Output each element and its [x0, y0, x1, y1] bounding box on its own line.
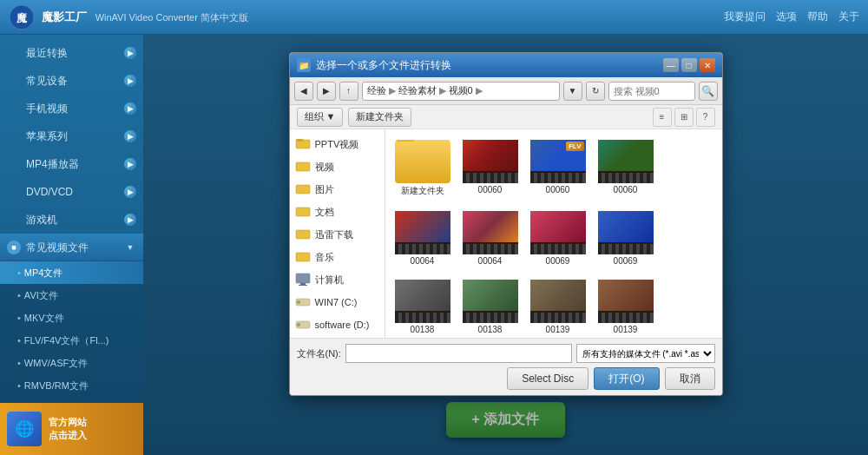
- nav-computer[interactable]: 计算机: [290, 268, 385, 291]
- nav-images[interactable]: 图片: [290, 178, 385, 201]
- file-name: 00139: [531, 325, 585, 334]
- video-thumb: [598, 211, 654, 254]
- video-thumb: [395, 280, 450, 323]
- filmstrip: [530, 313, 586, 323]
- nav-music[interactable]: 音乐: [290, 246, 385, 268]
- list-item[interactable]: 00064: [460, 208, 521, 269]
- filmstrip: [463, 244, 518, 254]
- official-website-banner[interactable]: 🌐 官方网站 点击进入: [0, 403, 143, 455]
- toolbar2-right: ≡ ⊞ ?: [653, 108, 715, 127]
- organize-button[interactable]: 组织 ▼: [297, 108, 344, 127]
- filename-input[interactable]: [345, 344, 572, 363]
- sidebar-sub-rmvb[interactable]: RMVB/RM文件: [0, 374, 143, 397]
- dialog-title-buttons: — □ ✕: [663, 58, 715, 72]
- forward-button[interactable]: ▶: [317, 82, 336, 101]
- help-button[interactable]: ?: [696, 108, 715, 127]
- svg-rect-10: [300, 283, 306, 285]
- section-icon: ■: [7, 241, 21, 254]
- sidebar-item-dvd[interactable]: DVD/VCD ▶: [0, 178, 143, 206]
- svg-rect-5: [296, 185, 310, 194]
- list-item[interactable]: 00139: [595, 276, 656, 338]
- svg-rect-8: [296, 253, 310, 261]
- sidebar-item-common-device[interactable]: 常见设备 ▶: [0, 67, 143, 95]
- view-list-button[interactable]: ≡: [653, 108, 672, 127]
- view-grid-button[interactable]: ⊞: [674, 108, 694, 127]
- file-name: 00060: [599, 185, 653, 195]
- path-segment-1[interactable]: 经验: [367, 84, 386, 97]
- select-disc-button[interactable]: Select Disc: [507, 367, 589, 390]
- top-bar: 魔 魔影工厂 WinAVI Video Converter 简体中文版 我要提问…: [0, 0, 868, 35]
- menu-about[interactable]: 关于: [838, 10, 859, 24]
- sidebar-sub-mp4[interactable]: MP4文件: [0, 261, 143, 284]
- filmstrip: [598, 173, 654, 183]
- file-name: 00064: [464, 256, 517, 266]
- filetype-select[interactable]: 所有支持的媒体文件 (*.avi *.as ▼: [576, 344, 715, 363]
- nav-drive-d[interactable]: software (D:): [290, 313, 385, 336]
- menu-help[interactable]: 帮助: [807, 10, 828, 24]
- main-content: + 添加文件 📁 选择一个或多个文件进行转换 — □ ✕: [143, 35, 868, 455]
- nav-pptv[interactable]: PPTV视频: [290, 133, 385, 155]
- sidebar-sub-wmv[interactable]: WMV/ASF文件: [0, 352, 143, 374]
- nav-docs[interactable]: 文档: [290, 201, 385, 223]
- sidebar-sub-flv[interactable]: FLV/F4V文件（Fl...): [0, 329, 143, 352]
- svg-rect-3: [296, 139, 303, 142]
- sidebar-arrow-apple: ▶: [124, 130, 136, 142]
- search-input[interactable]: [608, 82, 695, 101]
- new-folder-button[interactable]: 新建文件夹: [348, 108, 411, 127]
- refresh-button[interactable]: ↻: [586, 82, 605, 101]
- sidebar-item-game[interactable]: 游戏机 ▶: [0, 206, 143, 234]
- menu-help-ask[interactable]: 我要提问: [724, 10, 766, 24]
- list-item[interactable]: 00064: [392, 208, 453, 269]
- sidebar-sub-mkv[interactable]: MKV文件: [0, 307, 143, 329]
- video-thumb: FLV: [530, 140, 586, 183]
- nav-video[interactable]: 视频: [290, 155, 385, 178]
- list-item[interactable]: 00139: [528, 276, 589, 338]
- list-item[interactable]: 00069: [528, 208, 589, 269]
- file-name: 00069: [599, 256, 653, 266]
- file-dialog: 📁 选择一个或多个文件进行转换 — □ ✕ ◀ ▶ ↑: [289, 52, 723, 396]
- path-dropdown-button[interactable]: ▼: [563, 82, 582, 101]
- up-button[interactable]: ↑: [339, 82, 358, 101]
- video-thumb: [530, 280, 586, 323]
- filmstrip: [395, 313, 450, 323]
- menu-options[interactable]: 选项: [776, 10, 797, 24]
- dialog-titlebar: 📁 选择一个或多个文件进行转换 — □ ✕: [290, 53, 722, 77]
- search-button[interactable]: 🔍: [699, 82, 718, 101]
- dialog-bottom: 文件名(N): 所有支持的媒体文件 (*.avi *.as ▼ Select D…: [290, 338, 722, 395]
- path-segment-3[interactable]: 视频0: [449, 84, 473, 97]
- nav-thunder[interactable]: 迅雷下载: [290, 223, 385, 246]
- sidebar-section-common-video[interactable]: ■ 常见视频文件 ▼: [0, 234, 143, 261]
- video-thumb: [463, 211, 518, 254]
- open-button[interactable]: 打开(O): [594, 367, 659, 390]
- video-thumb: [395, 211, 450, 254]
- list-item[interactable]: 新建文件夹: [392, 136, 453, 201]
- dialog-close-button[interactable]: ✕: [700, 58, 715, 72]
- file-name: 00138: [396, 325, 450, 334]
- file-name: 00064: [396, 256, 450, 266]
- sidebar-arrow-common-device: ▶: [124, 75, 136, 87]
- file-name: 00060: [464, 185, 517, 195]
- dialog-maximize-button[interactable]: □: [681, 58, 697, 72]
- app-logo: 魔: [9, 4, 35, 30]
- sidebar-item-mobile[interactable]: 手机视频 ▶: [0, 95, 143, 122]
- nav-drive-e[interactable]: 文档 (E:): [290, 336, 385, 338]
- sidebar-item-apple[interactable]: 苹果系列 ▶: [0, 122, 143, 150]
- dialog-minimize-button[interactable]: —: [663, 58, 679, 72]
- back-button[interactable]: ◀: [294, 82, 313, 101]
- list-item[interactable]: 00069: [595, 208, 656, 269]
- sidebar-sub-avi[interactable]: AVI文件: [0, 284, 143, 307]
- sidebar-item-mp4-player[interactable]: MP4播放器 ▶: [0, 150, 143, 178]
- list-item[interactable]: 00138: [392, 276, 453, 338]
- sidebar-item-recent[interactable]: 最近转换 ▶: [0, 39, 143, 67]
- file-name: 00139: [599, 325, 653, 334]
- list-item[interactable]: 00138: [460, 276, 521, 338]
- list-item[interactable]: 00060: [595, 136, 656, 201]
- video-thumb: [598, 140, 654, 183]
- path-segment-2[interactable]: 经验素材: [398, 84, 437, 97]
- nav-drive-c[interactable]: WIN7 (C:): [290, 291, 385, 313]
- cancel-button[interactable]: 取消: [665, 367, 715, 390]
- list-item[interactable]: FLV 00060: [528, 136, 589, 201]
- file-name: 00069: [531, 256, 585, 266]
- list-item[interactable]: 00060: [460, 136, 521, 201]
- video-thumb: [598, 280, 654, 323]
